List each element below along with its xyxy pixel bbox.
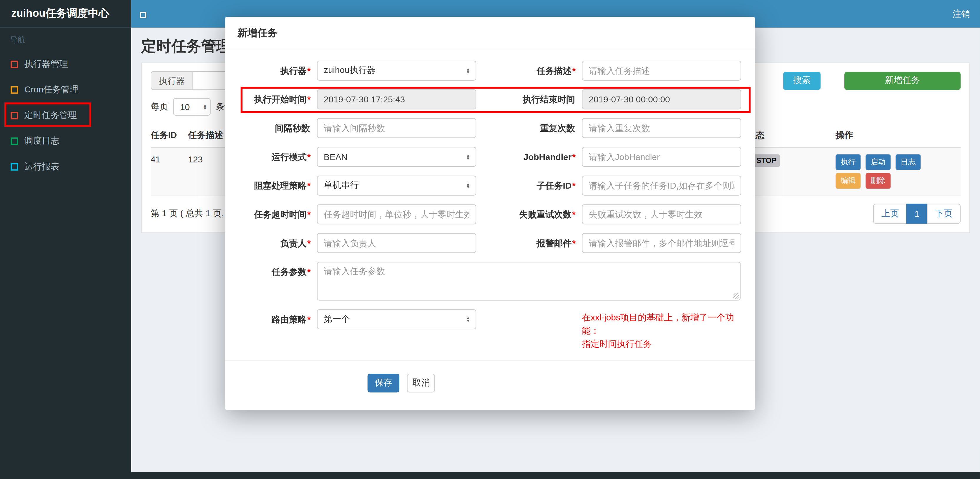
feature-note-line1: 在xxl-jobs项目的基础上，新增了一个功能： bbox=[582, 311, 745, 337]
route-strategy-select[interactable]: 第一个 ▴▾ bbox=[317, 309, 476, 329]
select-arrows-icon: ▴▾ bbox=[467, 154, 469, 160]
menu-icon bbox=[140, 12, 146, 18]
select-arrows-icon: ▴▾ bbox=[467, 67, 469, 73]
col-header-action: 操作 bbox=[835, 130, 961, 141]
timeout-input[interactable] bbox=[317, 204, 476, 224]
retry-count-input[interactable] bbox=[582, 204, 741, 224]
alarm-email-input[interactable] bbox=[582, 233, 741, 253]
sidebar-item-label: 定时任务管理 bbox=[24, 110, 77, 121]
executor-select[interactable]: zuihou执行器 ▴▾ bbox=[317, 60, 476, 81]
sidebar: 导航 执行器管理 Cron任务管理 定时任务管理 调度日志 运行报表 bbox=[0, 27, 131, 472]
cell-status: STOP bbox=[747, 154, 836, 192]
interval-input[interactable] bbox=[317, 118, 476, 138]
search-button[interactable]: 搜索 bbox=[783, 72, 821, 90]
task-params-textarea[interactable] bbox=[317, 262, 741, 301]
start-time-label: 执行开始时间* bbox=[225, 89, 317, 110]
form-row: 负责人* 报警邮件* bbox=[225, 233, 755, 253]
per-page-label: 每页 bbox=[151, 101, 168, 112]
child-task-input[interactable] bbox=[582, 176, 741, 196]
block-strategy-label: 阻塞处理策略* bbox=[225, 176, 317, 196]
executor-filter-label: 执行器 bbox=[151, 71, 192, 90]
cell-actions: 执行 启动 日志 编辑 删除 bbox=[835, 154, 961, 192]
owner-label: 负责人* bbox=[225, 233, 317, 253]
owner-input[interactable] bbox=[317, 233, 476, 253]
repeat-count-input[interactable] bbox=[582, 118, 741, 138]
repeat-count-label: 重复次数 bbox=[476, 118, 582, 138]
pager: 上页 1 下页 bbox=[874, 204, 961, 224]
sidebar-item-timed-task-management[interactable]: 定时任务管理 bbox=[0, 102, 131, 128]
timeout-label: 任务超时时间* bbox=[225, 204, 317, 224]
square-icon bbox=[11, 86, 18, 93]
current-page-button[interactable]: 1 bbox=[907, 204, 928, 224]
start-time-input[interactable] bbox=[317, 89, 476, 110]
run-button[interactable]: 执行 bbox=[835, 154, 861, 170]
alarm-email-label: 报警邮件* bbox=[476, 233, 582, 253]
task-params-wrap bbox=[317, 262, 741, 301]
cancel-button[interactable]: 取消 bbox=[407, 374, 435, 393]
select-arrows-icon: ▴▾ bbox=[467, 182, 469, 189]
app-brand[interactable]: zuihou任务调度中心 bbox=[0, 0, 131, 27]
sidebar-item-cron-task-management[interactable]: Cron任务管理 bbox=[0, 77, 131, 102]
form-row: 运行模式* BEAN ▴▾ JobHandler* bbox=[225, 147, 755, 167]
feature-note-line2: 指定时间执行任务 bbox=[582, 337, 745, 351]
sidebar-item-label: 执行器管理 bbox=[24, 59, 68, 70]
sidebar-toggle[interactable] bbox=[140, 10, 156, 19]
jobhandler-label: JobHandler* bbox=[476, 147, 582, 167]
task-params-label: 任务参数* bbox=[225, 262, 317, 301]
form-row: 执行器* zuihou执行器 ▴▾ 任务描述* bbox=[225, 60, 755, 81]
run-mode-select[interactable]: BEAN ▴▾ bbox=[317, 147, 476, 167]
executor-label: 执行器* bbox=[225, 60, 317, 81]
route-strategy-label: 路由策略* bbox=[225, 309, 317, 350]
jobhandler-input[interactable] bbox=[582, 147, 741, 167]
form-row: 任务参数* bbox=[225, 262, 755, 301]
log-button[interactable]: 日志 bbox=[896, 154, 921, 170]
form-row: 阻塞处理策略* 单机串行 ▴▾ 子任务ID* bbox=[225, 176, 755, 196]
edit-button[interactable]: 编辑 bbox=[835, 173, 861, 189]
next-page-button[interactable]: 下页 bbox=[927, 204, 961, 224]
prev-page-button[interactable]: 上页 bbox=[873, 204, 907, 224]
pagination-summary: 第 1 页 ( 总共 1 页, 1 bbox=[151, 208, 231, 219]
per-page-select[interactable]: 10 ▴▾ bbox=[173, 98, 210, 115]
add-task-modal: 新增任务 执行器* zuihou执行器 ▴▾ 任务描述* 执行开始时间* 执行结… bbox=[225, 17, 755, 410]
per-page-value: 10 bbox=[180, 102, 190, 112]
form-row: 执行开始时间* 执行结束时间 bbox=[225, 89, 755, 110]
feature-note: 在xxl-jobs项目的基础上，新增了一个功能： 指定时间执行任务 bbox=[582, 309, 745, 350]
sidebar-item-dispatch-log[interactable]: 调度日志 bbox=[0, 128, 131, 154]
end-time-label: 执行结束时间 bbox=[476, 89, 582, 110]
square-icon bbox=[11, 60, 18, 68]
resize-handle-icon[interactable] bbox=[733, 293, 739, 299]
add-task-button[interactable]: 新增任务 bbox=[844, 72, 961, 90]
square-icon bbox=[11, 137, 18, 145]
select-arrows-icon: ▴▾ bbox=[467, 316, 469, 323]
save-button[interactable]: 保存 bbox=[368, 374, 399, 393]
nav-section-label: 导航 bbox=[0, 27, 131, 51]
app: 注销 zuihou任务调度中心 导航 执行器管理 Cron任务管理 定时任务管理… bbox=[0, 0, 980, 479]
run-mode-label: 运行模式* bbox=[225, 147, 317, 167]
col-header-task-id: 任务ID bbox=[151, 130, 188, 141]
task-desc-input[interactable] bbox=[582, 60, 741, 81]
end-time-input[interactable] bbox=[582, 89, 741, 110]
interval-label: 间隔秒数 bbox=[225, 118, 317, 138]
cell-task-id: 41 bbox=[151, 154, 188, 192]
retry-count-label: 失败重试次数* bbox=[476, 204, 582, 224]
child-task-label: 子任务ID* bbox=[476, 176, 582, 196]
block-strategy-select[interactable]: 单机串行 ▴▾ bbox=[317, 176, 476, 196]
task-desc-label: 任务描述* bbox=[476, 60, 582, 81]
sidebar-item-label: 运行报表 bbox=[24, 161, 59, 172]
start-button[interactable]: 启动 bbox=[865, 154, 891, 170]
select-arrows-icon: ▴▾ bbox=[204, 104, 206, 110]
sidebar-item-label: Cron任务管理 bbox=[24, 84, 78, 95]
sidebar-item-run-report[interactable]: 运行报表 bbox=[0, 154, 131, 179]
modal-title: 新增任务 bbox=[225, 17, 755, 49]
sidebar-item-label: 调度日志 bbox=[24, 135, 59, 146]
sidebar-item-executor-management[interactable]: 执行器管理 bbox=[0, 51, 131, 77]
square-icon bbox=[11, 111, 18, 119]
delete-button[interactable]: 删除 bbox=[865, 173, 891, 189]
square-icon bbox=[11, 163, 18, 170]
form-row: 路由策略* 第一个 ▴▾ 在xxl-jobs项目的基础上，新增了一个功能： 指定… bbox=[225, 309, 755, 350]
col-header-status: 状态 bbox=[747, 130, 836, 141]
logout-link[interactable]: 注销 bbox=[953, 0, 970, 27]
modal-body: 执行器* zuihou执行器 ▴▾ 任务描述* 执行开始时间* 执行结束时间 间… bbox=[225, 49, 755, 393]
form-row: 任务超时时间* 失败重试次数* bbox=[225, 204, 755, 224]
modal-actions: 保存 取消 bbox=[225, 360, 755, 392]
